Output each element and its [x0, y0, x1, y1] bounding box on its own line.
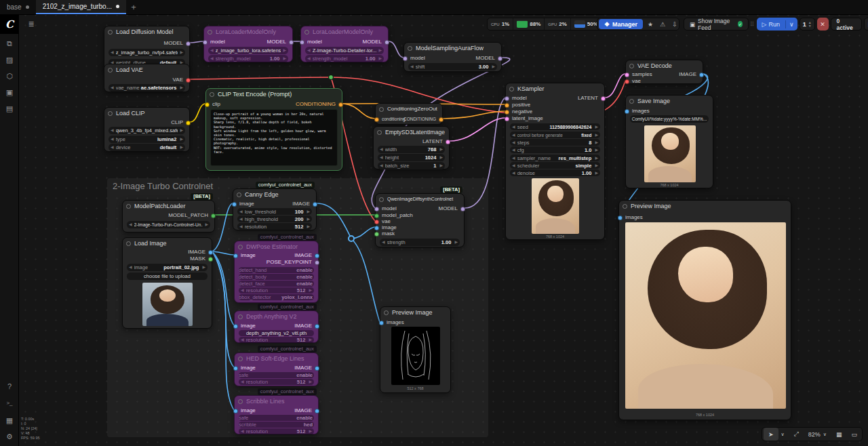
node-title[interactable]: QwenImageDiffsynthControlnet [376, 194, 464, 205]
upload-button[interactable]: choose file to upload [127, 272, 208, 280]
node-conditioning-zero-out[interactable]: ConditioningZeroOut conditioning CONDITI… [375, 103, 443, 125]
sidebar-item-logs[interactable]: ▦ [0, 413, 19, 427]
node-preview-image-center[interactable]: Preview Image images 512 x 768 [380, 306, 451, 393]
widget-resolution[interactable]: resolution512 [237, 223, 312, 230]
node-title[interactable]: Load VAE [104, 64, 189, 75]
sidebar-item-assets[interactable]: ▨ [0, 53, 19, 66]
widget-detect-hand[interactable]: detect_handenable [239, 267, 314, 273]
slot-dot[interactable] [374, 220, 379, 224]
toggle-grid-button[interactable]: ▦ [831, 428, 847, 441]
slot-dot[interactable] [186, 41, 191, 46]
prompt-textarea[interactable]: Close-up portrait of a young woman in he… [210, 109, 338, 166]
new-workflow-tab-button[interactable]: + [126, 0, 141, 14]
collapse-dot-icon[interactable] [108, 68, 113, 73]
widget-filename-prefix[interactable]: ComfyUI/%date:yyyy%-%date:MM%... [630, 115, 709, 123]
node-title[interactable]: HED Soft-Edge Lines [235, 353, 318, 364]
sidebar-item-queue[interactable]: ▤ [0, 102, 19, 115]
slot-dot[interactable] [625, 109, 629, 114]
batch-count-stepper[interactable]: 1 ▲▼ [800, 18, 815, 31]
collapse-dot-icon[interactable] [210, 92, 214, 97]
slot-dot[interactable] [232, 202, 237, 207]
collapse-dot-icon[interactable] [126, 241, 131, 246]
collapse-dot-icon[interactable] [126, 204, 131, 209]
widget-strength[interactable]: strength_model1.00 [305, 55, 384, 62]
slot-dot[interactable] [374, 226, 379, 230]
collapse-dot-icon[interactable] [108, 30, 113, 35]
node-save-image[interactable]: Save Image images ComfyUI/%date:yyyy%-%d… [625, 95, 713, 188]
reroute-node[interactable] [348, 235, 355, 242]
comfyui-logo[interactable]: C [0, 15, 19, 34]
widget-strength[interactable]: strength_model1.00 [208, 55, 288, 62]
manager-button[interactable]: ❖ Manager [599, 19, 643, 29]
slot-dot[interactable] [208, 250, 213, 255]
node-title[interactable]: Canny Edge [233, 189, 316, 200]
widget-high-threshold[interactable]: high_threshold200 [237, 216, 312, 222]
widget-detect-face[interactable]: detect_faceenable [239, 281, 314, 287]
collapse-dot-icon[interactable] [509, 87, 514, 92]
slot-dot[interactable] [625, 73, 629, 77]
collapse-dot-icon[interactable] [629, 99, 634, 104]
widget-denoise[interactable]: denoise1.00 [510, 169, 600, 176]
slot-dot[interactable] [374, 232, 379, 237]
slot-dot[interactable] [460, 207, 465, 211]
slot-dot[interactable] [403, 56, 408, 61]
show-image-feed-button[interactable]: ▣ Show Image Feed ✓ [684, 19, 748, 29]
node-lora-loader-1[interactable]: LoraLoaderModelOnly model MODEL z_image_… [203, 26, 293, 62]
reroute-node[interactable] [328, 75, 334, 80]
node-title[interactable]: Scribble Lines [235, 396, 318, 407]
slot-dot[interactable] [233, 324, 238, 329]
node-vae-decode[interactable]: VAE Decode samples IMAGE vae [625, 60, 703, 84]
node-title[interactable]: LoraLoaderModelOnly [301, 26, 388, 37]
widget-width[interactable]: width768 [378, 146, 445, 153]
node-title[interactable]: ModelSamplingAuraFlow [404, 43, 501, 54]
widget-patch-name[interactable]: 2-Image-Turbo-Fun-Controlnet-Un... [127, 221, 210, 228]
slot-dot[interactable] [625, 79, 629, 84]
slot-dot[interactable] [601, 96, 606, 101]
slot-dot[interactable] [446, 140, 450, 144]
widget-safe[interactable]: safeenable [239, 415, 314, 421]
widget-model-name[interactable]: depth_anything_v2_vitl.pth [239, 330, 314, 336]
node-title[interactable]: DWPose Estimator [235, 241, 318, 252]
sidebar-item-terminal[interactable]: >_ [0, 396, 19, 409]
widget-batch-size[interactable]: batch_size1 [378, 162, 445, 169]
node-title[interactable]: VAE Decode [626, 60, 703, 71]
sidebar-item-node-library[interactable]: ⬡ [0, 69, 19, 83]
slot-dot[interactable] [374, 207, 379, 211]
node-qwen-diffsynth-controlnet[interactable]: [BETA] QwenImageDiffsynthControlnet mode… [375, 193, 465, 247]
node-load-image[interactable]: Load Image IMAGE MASK imageportrait_02.j… [122, 237, 212, 329]
widget-safe[interactable]: safeenable [239, 372, 314, 378]
slot-dot[interactable] [233, 409, 238, 413]
node-preview-image-right[interactable]: Preview Image images 768 x 1024 [618, 200, 791, 420]
slot-dot[interactable] [505, 117, 509, 121]
saved-image-thumbnail[interactable] [644, 125, 696, 182]
drag-handle-icon[interactable]: ⠿ [750, 21, 755, 28]
pointer-tool-dropdown[interactable]: ∨ [780, 428, 789, 441]
slot-dot[interactable] [186, 121, 191, 125]
collapse-dot-icon[interactable] [208, 30, 212, 35]
collapse-dot-icon[interactable] [238, 399, 243, 404]
collapse-dot-icon[interactable] [629, 64, 634, 68]
collapse-dot-icon[interactable] [108, 111, 113, 116]
slot-dot[interactable] [289, 40, 294, 45]
sidebar-item-workflows[interactable]: ⧉ [0, 37, 19, 50]
node-title[interactable]: Depth Anything V2 [235, 311, 318, 322]
panel-toggle-button[interactable]: ▯ [864, 18, 868, 31]
collapse-dot-icon[interactable] [237, 192, 241, 197]
node-title[interactable]: Load Diffusion Model [104, 26, 189, 37]
widget-height[interactable]: height1024 [378, 154, 445, 161]
preview-image-large[interactable] [625, 222, 786, 409]
collapse-dot-icon[interactable] [304, 30, 309, 35]
input-image-thumbnail[interactable] [142, 283, 193, 326]
widget-scribble[interactable]: scribblehed [239, 422, 314, 428]
slot-dot[interactable] [300, 40, 304, 45]
node-aux-preprocessor-4[interactable]: comfyui_controlnet_aux Scribble Lines im… [234, 395, 319, 434]
widget-steps[interactable]: steps8 [510, 139, 600, 146]
widget-bbox-detector[interactable]: bbox_detectoryolox_l.onnx [239, 294, 314, 300]
widget-clip-name[interactable]: qwen_3_4b_fp4_mixed.safeten... [108, 127, 185, 134]
widget-resolution[interactable]: resolution512 [239, 379, 314, 385]
cancel-button[interactable]: ✕ [817, 18, 829, 31]
slot-dot[interactable] [315, 324, 319, 329]
sidebar-item-settings[interactable]: ⚙ [0, 430, 19, 443]
slot-dot[interactable] [205, 102, 210, 107]
slot-dot[interactable] [618, 216, 623, 220]
